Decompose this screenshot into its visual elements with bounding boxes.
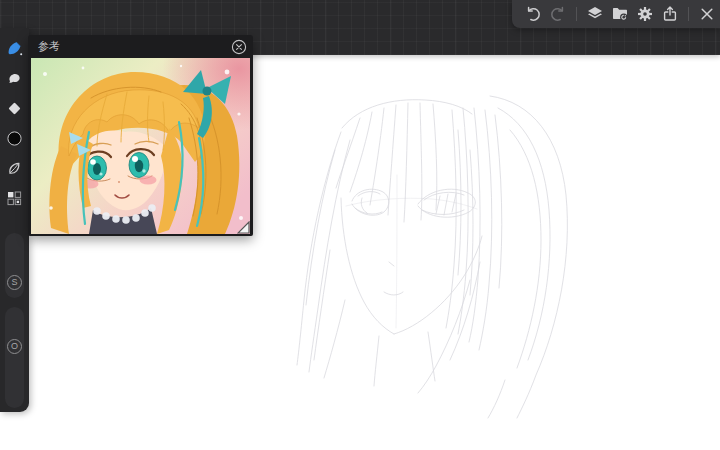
brush-opacity-button[interactable]: O bbox=[7, 339, 22, 354]
leaf-icon bbox=[5, 159, 24, 178]
grid-icon bbox=[5, 189, 24, 208]
reference-panel-title: 参考 bbox=[38, 39, 231, 54]
layers-button[interactable] bbox=[586, 5, 604, 23]
folder-image-icon bbox=[611, 5, 629, 23]
share-icon bbox=[661, 5, 679, 23]
gear-icon bbox=[636, 5, 654, 23]
export-button[interactable] bbox=[661, 5, 679, 23]
import-image-button[interactable] bbox=[611, 5, 629, 23]
reference-close-button[interactable] bbox=[231, 39, 247, 55]
tool-sidebar: S O bbox=[0, 28, 29, 412]
top-toolbar bbox=[512, 0, 720, 28]
smudge-icon bbox=[5, 69, 24, 88]
undo-icon bbox=[524, 5, 542, 23]
toolbar-divider bbox=[576, 7, 577, 21]
color-swatch-icon bbox=[5, 129, 24, 148]
brush-size-button[interactable]: S bbox=[7, 275, 22, 290]
toolbar-divider bbox=[688, 7, 689, 21]
brush-icon bbox=[5, 39, 24, 58]
curve-tool-button[interactable] bbox=[5, 159, 24, 178]
eraser-tool-button[interactable] bbox=[5, 99, 24, 118]
undo-button[interactable] bbox=[524, 5, 542, 23]
resize-handle[interactable] bbox=[237, 221, 250, 234]
circle-close-icon bbox=[231, 39, 247, 55]
eraser-icon bbox=[5, 99, 24, 118]
close-button[interactable] bbox=[698, 5, 716, 23]
brush-tool-button[interactable] bbox=[5, 39, 24, 58]
layers-icon bbox=[586, 5, 604, 23]
settings-button[interactable] bbox=[636, 5, 654, 23]
redo-button[interactable] bbox=[549, 5, 567, 23]
close-icon bbox=[698, 5, 716, 23]
brush-opacity-slider[interactable] bbox=[5, 307, 24, 408]
reference-panel-header[interactable]: 参考 bbox=[28, 35, 253, 58]
pattern-tool-button[interactable] bbox=[5, 189, 24, 208]
reference-image[interactable] bbox=[31, 58, 250, 234]
redo-icon bbox=[549, 5, 567, 23]
smudge-tool-button[interactable] bbox=[5, 69, 24, 88]
color-swatch-button[interactable] bbox=[5, 129, 24, 148]
reference-panel: 参考 bbox=[28, 35, 253, 236]
